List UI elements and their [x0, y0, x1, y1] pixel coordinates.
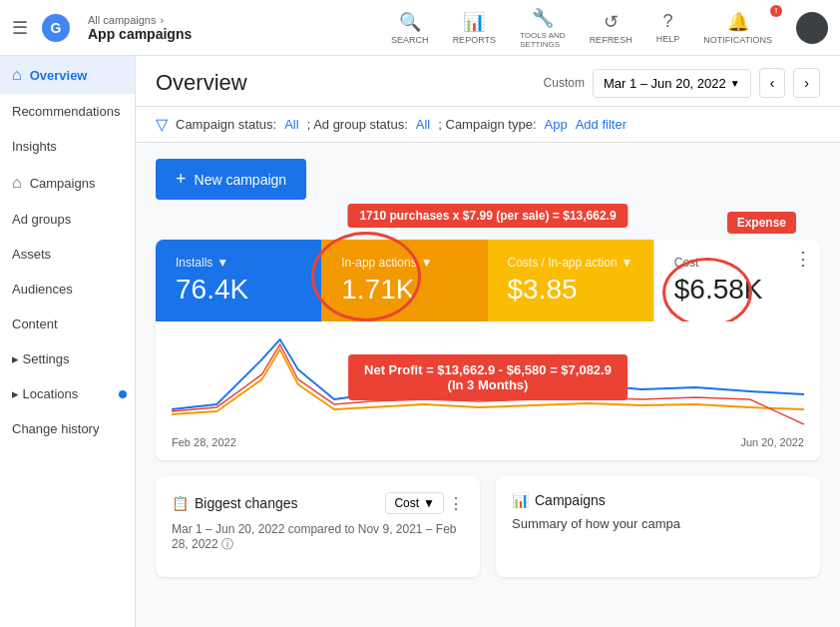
campaigns-card-body: Summary of how your campa: [512, 516, 804, 531]
breadcrumb-parent[interactable]: All campaigns: [88, 14, 156, 26]
campaigns-chart-icon: 📊: [512, 492, 529, 508]
search-icon: 🔍: [399, 11, 421, 33]
page-header: Overview Custom Mar 1 – Jun 20, 2022 ▼ ‹…: [136, 56, 840, 107]
next-date-button[interactable]: ›: [793, 68, 820, 98]
metric-cost-per-action: Costs / In-app action ▼ $3.85: [488, 240, 653, 321]
user-avatar[interactable]: [796, 12, 828, 44]
sidebar-item-overview[interactable]: ⌂ Overview: [0, 56, 135, 94]
home-icon: ⌂: [12, 66, 22, 84]
metric-cost-label: Cost: [674, 256, 800, 270]
filter-campaign-status-label: Campaign status:: [176, 117, 276, 132]
metric-installs: Installs ▼ 76.4K: [156, 240, 321, 321]
campaigns-card-title: 📊 Campaigns: [512, 492, 606, 508]
reports-nav-btn[interactable]: 📊 REPORTS: [445, 7, 504, 49]
reports-label: REPORTS: [453, 35, 496, 45]
sidebar-label-insights: Insights: [12, 139, 57, 154]
sidebar-item-audiences[interactable]: Audiences: [0, 272, 135, 307]
prev-date-button[interactable]: ‹: [759, 68, 786, 98]
sidebar-item-locations[interactable]: ▸ Locations: [0, 376, 135, 411]
sidebar-label-change-history: Change history: [12, 421, 99, 436]
biggest-changes-card: 📋 Biggest changes Cost ▼ ⋮ Mar 1 – Jun 2…: [156, 476, 480, 577]
biggest-changes-controls: Cost ▼ ⋮: [385, 492, 464, 514]
biggest-changes-more[interactable]: ⋮: [448, 494, 464, 513]
sidebar-label-ad-groups: Ad groups: [12, 212, 71, 227]
help-icon: ?: [662, 11, 672, 32]
help-label: HELP: [656, 34, 680, 44]
chart-date-end: Jun 20, 2022: [740, 436, 804, 448]
notifications-icon: 🔔: [727, 11, 749, 33]
filter-icon[interactable]: ▽: [156, 115, 168, 134]
page-title: Overview: [156, 70, 247, 96]
tools-label: TOOLS ANDSETTINGS: [520, 31, 566, 49]
sidebar-item-ad-groups[interactable]: Ad groups: [0, 202, 135, 237]
chart-dates: Feb 28, 2022 Jun 20, 2022: [172, 432, 804, 452]
chart-date-start: Feb 28, 2022: [172, 436, 236, 448]
sidebar-label-recommendations: Recommendations: [12, 104, 120, 119]
sidebar-label-audiences: Audiences: [12, 282, 73, 297]
search-label: SEARCH: [391, 35, 429, 45]
content-area: + New campaign 1710 purchases x $7.99 (p…: [136, 143, 840, 593]
sidebar-item-change-history[interactable]: Change history: [0, 411, 135, 446]
biggest-changes-subtext: Mar 1 – Jun 20, 2022 compared to Nov 9, …: [172, 522, 464, 553]
metric-cost-per-action-label: Costs / In-app action ▼: [508, 256, 633, 270]
filter-bar: ▽ Campaign status: All ; Ad group status…: [136, 107, 840, 143]
breadcrumb-current: App campaigns: [88, 26, 192, 42]
annotation-purchases: 1710 purchases x $7.99 (per sale) = $13,…: [347, 204, 628, 228]
tools-nav-btn[interactable]: 🔧 TOOLS ANDSETTINGS: [512, 3, 574, 53]
metric-installs-label: Installs ▼: [176, 256, 301, 270]
biggest-changes-icon: 📋: [172, 495, 189, 511]
filter-ad-group-value[interactable]: All: [416, 117, 430, 132]
sidebar-label-content: Content: [12, 316, 58, 331]
filter-campaign-status-value[interactable]: All: [284, 117, 298, 132]
sidebar-label-locations: ▸ Locations: [12, 386, 78, 401]
sidebar-item-content[interactable]: Content: [0, 307, 135, 341]
sidebar-item-assets[interactable]: Assets: [0, 237, 135, 272]
metric-installs-value: 76.4K: [176, 274, 301, 306]
campaigns-home-icon: ⌂: [12, 174, 22, 192]
metric-cost: Cost $6.58K ⋮: [653, 240, 820, 321]
location-dot: [119, 390, 127, 398]
cost-per-action-dropdown-icon[interactable]: ▼: [622, 256, 633, 270]
help-nav-btn[interactable]: ? HELP: [648, 7, 688, 48]
plus-icon: +: [176, 169, 187, 190]
metric-cost-per-action-value: $3.85: [508, 274, 633, 306]
tools-icon: 🔧: [532, 7, 554, 29]
date-range-button[interactable]: Mar 1 – Jun 20, 2022 ▼: [593, 69, 751, 98]
more-options-button[interactable]: ⋮: [794, 248, 812, 270]
new-campaign-button[interactable]: + New campaign: [156, 159, 306, 200]
svg-text:G: G: [51, 20, 62, 36]
metric-in-app-label: In-app actions ▼: [341, 256, 467, 270]
filter-campaign-type-label: ; Campaign type:: [438, 117, 536, 132]
hamburger-menu[interactable]: ☰: [12, 17, 28, 39]
cost-dropdown-button[interactable]: Cost ▼: [385, 492, 444, 514]
sidebar: ⌂ Overview Recommendations Insights ⌂ Ca…: [0, 56, 136, 627]
metric-cost-value: $6.58K: [674, 274, 800, 306]
date-preset-label: Custom: [544, 76, 585, 90]
search-nav-btn[interactable]: 🔍 SEARCH: [383, 7, 437, 49]
sidebar-label-overview: Overview: [30, 68, 88, 83]
cost-dropdown-chevron: ▼: [423, 496, 435, 510]
campaigns-card: 📊 Campaigns Summary of how your campa: [496, 476, 820, 577]
sidebar-item-insights[interactable]: Insights: [0, 129, 135, 164]
refresh-label: REFRESH: [590, 35, 632, 45]
add-filter-button[interactable]: Add filter: [576, 117, 627, 132]
refresh-icon: ↺: [604, 11, 619, 33]
metrics-card: 1710 purchases x $7.99 (per sale) = $13,…: [156, 240, 820, 460]
in-app-dropdown-icon[interactable]: ▼: [421, 256, 433, 270]
breadcrumb-arrow: ›: [160, 14, 164, 26]
new-campaign-label: New campaign: [195, 172, 287, 188]
chevron-down-icon: ▼: [730, 78, 740, 89]
date-controls: Custom Mar 1 – Jun 20, 2022 ▼ ‹ ›: [544, 68, 820, 98]
filter-campaign-type-value[interactable]: App: [545, 117, 568, 132]
annotation-profit: Net Profit = $13,662.9 - $6,580 = $7,082…: [348, 354, 628, 400]
metric-in-app-value: 1.71K: [341, 274, 467, 306]
installs-dropdown-icon[interactable]: ▼: [216, 256, 228, 270]
sidebar-item-recommendations[interactable]: Recommendations: [0, 94, 135, 129]
sidebar-item-settings[interactable]: ▸ Settings: [0, 341, 135, 376]
sidebar-item-campaigns[interactable]: ⌂ Campaigns: [0, 164, 135, 202]
notifications-nav-btn[interactable]: 🔔 NOTIFICATIONS: [695, 7, 780, 49]
top-navigation: ☰ G All campaigns › App campaigns 🔍 SEAR…: [0, 0, 840, 56]
sidebar-label-settings: ▸ Settings: [12, 351, 70, 366]
sidebar-label-campaigns: Campaigns: [30, 176, 96, 191]
refresh-nav-btn[interactable]: ↺ REFRESH: [582, 7, 640, 49]
